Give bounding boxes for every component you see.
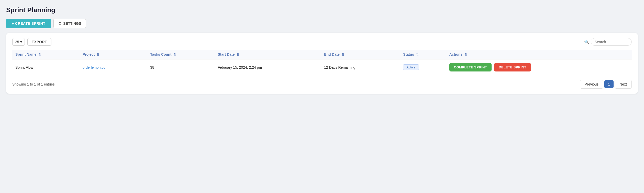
- col-actions: Actions ⇅: [446, 50, 632, 59]
- table-header: Sprint Name ⇅ Project ⇅ Tasks Count ⇅ St…: [12, 50, 632, 59]
- cell-sprint-name: Sprint Flow: [12, 59, 80, 75]
- table-toolbar: 25 ▾ EXPORT 🔍: [12, 38, 632, 46]
- per-page-select[interactable]: 25 ▾: [12, 38, 25, 46]
- sort-icon-project[interactable]: ⇅: [97, 53, 99, 56]
- cell-status: Active: [400, 59, 446, 75]
- showing-text: Showing 1 to 1 of 1 entries: [12, 82, 55, 86]
- sort-icon-status[interactable]: ⇅: [416, 53, 419, 56]
- delete-sprint-button[interactable]: DELETE SPRINT: [494, 63, 531, 71]
- per-page-value: 25: [15, 40, 19, 44]
- sort-icon-start-date[interactable]: ⇅: [237, 53, 239, 56]
- col-status: Status ⇅: [400, 50, 446, 59]
- page-number-1[interactable]: 1: [604, 80, 614, 88]
- chevron-down-icon: ▾: [20, 40, 22, 44]
- gear-icon: ⚙: [58, 21, 62, 26]
- table-card: 25 ▾ EXPORT 🔍 Sprint Name ⇅ Project ⇅: [6, 33, 638, 94]
- table-body: Sprint Flow orderlemon.com 38 February 1…: [12, 59, 632, 75]
- page-title: Sprint Planning: [6, 6, 638, 14]
- search-icon: 🔍: [584, 40, 589, 44]
- col-sprint-name: Sprint Name ⇅: [12, 50, 80, 59]
- search-box: 🔍: [584, 38, 632, 46]
- col-tasks-count: Tasks Count ⇅: [147, 50, 215, 59]
- create-sprint-button[interactable]: + CREATE SPRINT: [6, 19, 51, 28]
- col-project: Project ⇅: [80, 50, 147, 59]
- sort-icon-tasks-count[interactable]: ⇅: [173, 53, 176, 56]
- toolbar-left: 25 ▾ EXPORT: [12, 38, 51, 46]
- sort-icon-actions[interactable]: ⇅: [464, 53, 467, 56]
- settings-label: SETTINGS: [63, 21, 81, 26]
- cell-start-date: February 15, 2024, 2:24 pm: [215, 59, 321, 75]
- sort-icon-end-date[interactable]: ⇅: [342, 53, 344, 56]
- previous-button[interactable]: Previous: [580, 80, 603, 89]
- status-badge: Active: [403, 64, 419, 70]
- col-end-date: End Date ⇅: [321, 50, 400, 59]
- settings-button[interactable]: ⚙ SETTINGS: [53, 19, 86, 28]
- complete-sprint-button[interactable]: COMPLETE SPRINT: [449, 63, 492, 71]
- next-button[interactable]: Next: [615, 80, 632, 89]
- header-row: Sprint Name ⇅ Project ⇅ Tasks Count ⇅ St…: [12, 50, 632, 59]
- search-input[interactable]: [591, 38, 632, 46]
- project-link[interactable]: orderlemon.com: [83, 65, 108, 69]
- table-row: Sprint Flow orderlemon.com 38 February 1…: [12, 59, 632, 75]
- cell-tasks-count: 38: [147, 59, 215, 75]
- top-actions: + CREATE SPRINT ⚙ SETTINGS: [6, 19, 638, 28]
- cell-end-date: 12 Days Remaining: [321, 59, 400, 75]
- data-table: Sprint Name ⇅ Project ⇅ Tasks Count ⇅ St…: [12, 50, 632, 75]
- cell-actions: COMPLETE SPRINT DELETE SPRINT: [446, 59, 632, 75]
- sort-icon-sprint-name[interactable]: ⇅: [38, 53, 41, 56]
- table-footer: Showing 1 to 1 of 1 entries Previous 1 N…: [12, 80, 632, 89]
- export-button[interactable]: EXPORT: [27, 38, 52, 46]
- pagination: Previous 1 Next: [580, 80, 632, 89]
- cell-project: orderlemon.com: [80, 59, 147, 75]
- col-start-date: Start Date ⇅: [215, 50, 321, 59]
